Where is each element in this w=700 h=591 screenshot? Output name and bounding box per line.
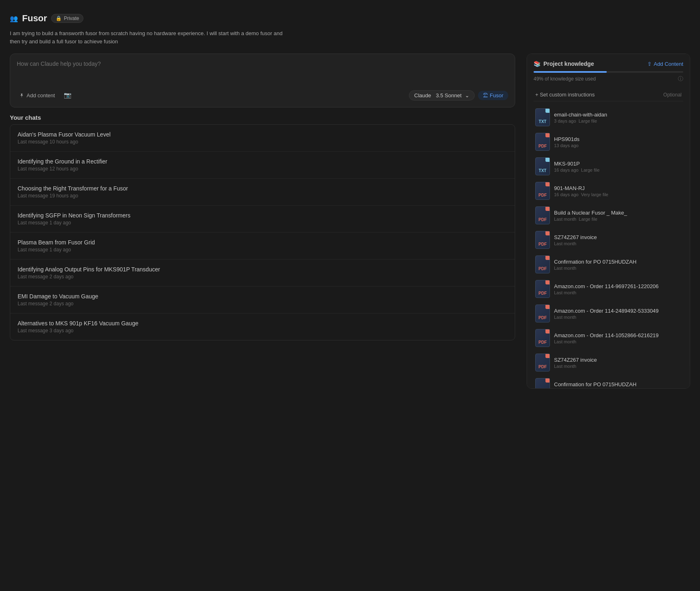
file-icon: PDF (535, 304, 550, 322)
chat-item-title: Plasma Beam from Fusor Grid (18, 239, 507, 246)
file-name: email-chain-with-aidan (554, 112, 682, 118)
file-name: SZ74Z267 invoice (554, 357, 682, 363)
chat-item-title: Aidan's Plasma Fusor Vacuum Level (18, 131, 507, 138)
chat-item-time: Last message 12 hours ago (18, 166, 507, 172)
info-icon[interactable]: ⓘ (678, 75, 683, 83)
chat-item-time: Last message 1 day ago (18, 247, 507, 253)
fusor-badge-button[interactable]: ⛱ Fusor (478, 91, 508, 100)
chat-item-time: Last message 2 days ago (18, 274, 507, 280)
file-icon: PDF (535, 378, 550, 389)
file-name: Confirmation for PO 0715HUDZAH (554, 259, 682, 265)
file-meta: Last month (554, 388, 682, 389)
usage-text: 49% of knowledge size used ⓘ (534, 75, 683, 83)
chat-item[interactable]: Identifying the Ground in a Rectifier La… (10, 152, 515, 179)
file-info: MKS-901P 16 days ago Large file (554, 161, 682, 172)
file-info: Build a Nuclear Fusor _ Make_ Last month… (554, 210, 682, 222)
knowledge-item[interactable]: PDF SZ74Z267 invoice Last month (534, 228, 683, 252)
panel-title: 📚 Project knowledge (534, 60, 594, 67)
file-info: 901-MAN-RJ 16 days ago Very large file (554, 185, 682, 197)
knowledge-item[interactable]: PDF Confirmation for PO 0715HUDZAH Last … (534, 375, 683, 389)
chat-item[interactable]: Plasma Beam from Fusor Grid Last message… (10, 233, 515, 260)
knowledge-item[interactable]: PDF 901-MAN-RJ 16 days ago Very large fi… (534, 179, 683, 203)
file-meta: 16 days ago Very large file (554, 192, 682, 197)
file-icon: PDF (535, 206, 550, 224)
knowledge-item[interactable]: PDF Amazon.com - Order 114-9697261-12202… (534, 277, 683, 301)
chat-item-title: Alternatives to MKS 901p KF16 Vacuum Gau… (18, 320, 507, 327)
file-meta: Last month (554, 290, 682, 295)
add-content-link-button[interactable]: ⇧ Add Content (647, 61, 683, 67)
chevron-down-icon: ⌄ (465, 92, 469, 98)
chat-item-time: Last message 1 day ago (18, 220, 507, 226)
chat-item-time: Last message 10 hours ago (18, 139, 507, 145)
file-meta: Last month Large file (554, 217, 682, 222)
project-header: 👥 Fusor 🔒 Private (10, 13, 690, 24)
add-content-button[interactable]: 🖈 Add content (17, 91, 57, 100)
camera-button[interactable]: 📷 (61, 90, 74, 101)
progress-bar-container (534, 71, 683, 73)
chat-item[interactable]: Identifying Analog Output Pins for MKS90… (10, 260, 515, 287)
knowledge-item[interactable]: PDF HPS901ds 13 days ago (534, 130, 683, 154)
lock-icon: 🔒 (56, 16, 62, 21)
knowledge-item[interactable]: PDF Amazon.com - Order 114-1052866-62162… (534, 326, 683, 350)
chat-item[interactable]: EMI Damage to Vacuum Gauge Last message … (10, 287, 515, 313)
chat-item[interactable]: Aidan's Plasma Fusor Vacuum Level Last m… (10, 125, 515, 152)
knowledge-item[interactable]: PDF Confirmation for PO 0715HUDZAH Last … (534, 253, 683, 276)
file-icon: PDF (535, 255, 550, 273)
chat-item-time: Last message 3 days ago (18, 328, 507, 334)
chat-item[interactable]: Identifying SGFP in Neon Sign Transforme… (10, 206, 515, 233)
progress-bar-fill (534, 71, 607, 73)
chat-item[interactable]: Alternatives to MKS 901p KF16 Vacuum Gau… (10, 313, 515, 340)
knowledge-panel: 📚 Project knowledge ⇧ Add Content 49% of… (527, 54, 690, 389)
your-chats-section: Your chats Aidan's Plasma Fusor Vacuum L… (10, 114, 515, 340)
custom-instructions-row[interactable]: + Set custom instructions Optional (534, 88, 683, 101)
chat-input-area: 🖈 Add content 📷 Claude 3.5 Sonnet ⌄ (10, 54, 515, 107)
file-name: Confirmation for PO 0715HUDZAH (554, 381, 682, 387)
file-info: SZ74Z267 invoice Last month (554, 234, 682, 246)
file-info: Amazon.com - Order 114-2489492-5333049 L… (554, 308, 682, 320)
project-description: I am trying to build a fransworth fusor … (10, 29, 288, 45)
chats-list: Aidan's Plasma Fusor Vacuum Level Last m… (10, 124, 515, 340)
file-info: Amazon.com - Order 114-9697261-1220206 L… (554, 283, 682, 295)
input-actions-left: 🖈 Add content 📷 (17, 90, 74, 101)
file-name: SZ74Z267 invoice (554, 234, 682, 240)
file-icon: PDF (535, 231, 550, 249)
knowledge-item[interactable]: TXT email-chain-with-aidan 3 days ago La… (534, 105, 683, 129)
file-info: SZ74Z267 invoice Last month (554, 357, 682, 369)
panel-header: 📚 Project knowledge ⇧ Add Content (534, 60, 683, 67)
file-info: Amazon.com - Order 114-1052866-6216219 L… (554, 332, 682, 344)
file-meta: Last month (554, 266, 682, 271)
privacy-badge: 🔒 Private (51, 14, 83, 23)
file-icon: TXT (535, 108, 550, 126)
file-name: HPS901ds (554, 136, 682, 142)
file-icon: PDF (535, 354, 550, 372)
file-meta: 13 days ago (554, 143, 682, 148)
knowledge-item[interactable]: PDF Build a Nuclear Fusor _ Make_ Last m… (534, 204, 683, 227)
file-name: Amazon.com - Order 114-2489492-5333049 (554, 308, 682, 314)
chat-input[interactable] (17, 60, 508, 85)
file-name: Build a Nuclear Fusor _ Make_ (554, 210, 682, 216)
chat-item-title: Choosing the Right Transformer for a Fus… (18, 185, 507, 192)
chat-item-title: EMI Damage to Vacuum Gauge (18, 293, 507, 300)
file-info: email-chain-with-aidan 3 days ago Large … (554, 112, 682, 123)
paperclip-icon: 🖈 (19, 92, 25, 98)
knowledge-item[interactable]: PDF Amazon.com - Order 114-2489492-53330… (534, 302, 683, 325)
file-meta: 3 days ago Large file (554, 119, 682, 123)
file-name: Amazon.com - Order 114-1052866-6216219 (554, 332, 682, 338)
knowledge-item[interactable]: TXT MKS-901P 16 days ago Large file (534, 154, 683, 178)
file-meta: Last month (554, 364, 682, 369)
project-title: Fusor (22, 13, 47, 24)
chat-item[interactable]: Choosing the Right Transformer for a Fus… (10, 179, 515, 206)
chat-item-title: Identifying Analog Output Pins for MKS90… (18, 266, 507, 273)
file-name: Amazon.com - Order 114-9697261-1220206 (554, 283, 682, 289)
chat-input-footer: 🖈 Add content 📷 Claude 3.5 Sonnet ⌄ (17, 90, 508, 101)
knowledge-item[interactable]: PDF SZ74Z267 invoice Last month (534, 351, 683, 374)
chat-item-time: Last message 2 days ago (18, 301, 507, 307)
chat-item-title: Identifying SGFP in Neon Sign Transforme… (18, 212, 507, 219)
model-selector[interactable]: Claude 3.5 Sonnet ⌄ (409, 90, 475, 101)
file-icon: PDF (535, 329, 550, 347)
left-panel: 🖈 Add content 📷 Claude 3.5 Sonnet ⌄ (10, 54, 515, 340)
file-icon: PDF (535, 133, 550, 151)
chat-item-time: Last message 19 hours ago (18, 193, 507, 199)
file-name: MKS-901P (554, 161, 682, 167)
chat-item-title: Identifying the Ground in a Rectifier (18, 158, 507, 165)
